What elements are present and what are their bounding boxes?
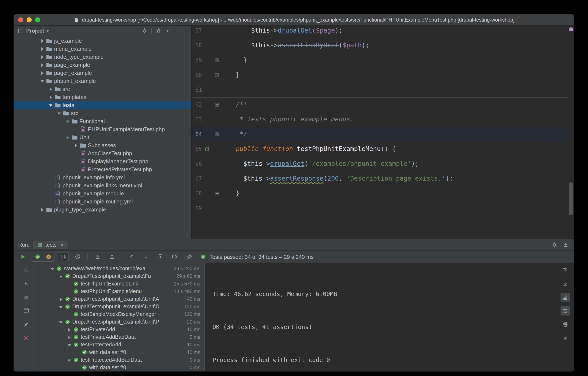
test-tree-item[interactable]: /var/www/web/modules/contrib/exa29 s 240… <box>38 265 204 272</box>
show-ignored-button[interactable] <box>43 252 54 261</box>
code-line-66[interactable]: 66 $this->drupalGet('/examples/phpunit-e… <box>192 156 568 171</box>
code-line-59[interactable]: 59 } <box>192 53 568 68</box>
scroll-to-end-button[interactable] <box>561 293 570 302</box>
expand-arrow-closed-icon[interactable] <box>67 327 72 332</box>
project-tree-item-phpunit_example.links.menu.yml[interactable]: phpunit_example.links.menu.yml <box>14 181 191 189</box>
project-panel-title[interactable]: Project <box>26 28 44 34</box>
expand-arrow-open-icon[interactable] <box>65 135 70 140</box>
expand-arrow-closed-icon[interactable] <box>40 63 45 67</box>
export-test-results-button[interactable] <box>155 252 166 261</box>
code-line-69[interactable]: 69 <box>192 201 568 216</box>
settings-gear-button[interactable] <box>551 241 558 249</box>
test-tree-item[interactable]: Drupal\Tests\phpunit_example\Unit\P20 ms <box>38 318 204 326</box>
fullscreen-window-button[interactable] <box>35 17 40 22</box>
fold-marker-icon[interactable] <box>215 58 219 62</box>
project-tree-item-phpunit_example[interactable]: phpunit_example <box>14 77 191 85</box>
test-tree-item[interactable]: Drupal\Tests\phpunit_example\Unit\A40 ms <box>38 295 204 303</box>
scroll-to-top-button[interactable] <box>561 265 570 275</box>
locate-file-button[interactable] <box>141 27 148 35</box>
editor-scrollbar[interactable] <box>568 26 574 239</box>
test-tree-item[interactable]: with data set #010 ms <box>38 349 204 356</box>
expand-all-button[interactable] <box>92 252 103 261</box>
scroll-to-bottom-button[interactable] <box>561 279 570 288</box>
sort-alphabetically-button[interactable]: az <box>58 252 69 261</box>
scrollbar-thumb[interactable] <box>569 182 573 215</box>
code-line-68[interactable]: 68 } <box>192 186 568 201</box>
rerun-failed-tests-button[interactable] <box>21 279 31 288</box>
test-tree-item[interactable]: testProtectedAddBadData0 ms <box>38 356 204 364</box>
project-tree-item-PHPUnitExampleMenuTest.php[interactable]: PHPUnitExampleMenuTest.php <box>14 125 191 133</box>
expand-arrow-open-icon[interactable] <box>59 304 63 309</box>
test-tree-item[interactable]: testPrivateAdd10 ms <box>38 326 204 333</box>
expand-arrow-closed-icon[interactable] <box>40 38 45 43</box>
settings-gear-button[interactable] <box>184 252 195 261</box>
sort-by-duration-button[interactable] <box>72 252 83 261</box>
test-tree-item[interactable]: testPhpUnitExampleMenu13 s 490 ms <box>38 288 204 295</box>
error-stripe-mark[interactable] <box>569 27 573 31</box>
expand-arrow-open-icon[interactable] <box>67 358 72 362</box>
run-test-icon[interactable] <box>204 146 210 153</box>
project-tree-item-pager_example[interactable]: pager_example <box>14 69 191 77</box>
collapse-all-button[interactable] <box>106 252 117 261</box>
project-tree-item-page_example[interactable]: page_example <box>14 61 191 69</box>
project-tree-item-tests[interactable]: tests <box>14 101 191 109</box>
code-line-62[interactable]: 62 /** <box>192 97 568 112</box>
expand-arrow-open-icon[interactable] <box>40 79 45 83</box>
close-button[interactable] <box>21 333 31 343</box>
code-line-64[interactable]: 64 */ <box>192 127 568 142</box>
expand-arrow-closed-icon[interactable] <box>74 143 79 148</box>
project-tree-item-src[interactable]: src <box>14 85 191 93</box>
test-tree-item[interactable]: testPhpUnitExampleLink15 s 570 ms <box>38 280 204 288</box>
run-tab-tests[interactable]: tests <box>33 241 69 249</box>
project-tree-item-Subclasses[interactable]: Subclasses <box>14 141 191 149</box>
pin-tab-button[interactable] <box>21 320 31 329</box>
expand-arrow-closed-icon[interactable] <box>40 55 45 59</box>
monitor-magnifier-button[interactable] <box>169 252 180 261</box>
settings-gear-button[interactable] <box>155 27 162 35</box>
expand-arrow-closed-icon[interactable] <box>59 297 63 301</box>
expand-arrow-open-icon[interactable] <box>49 103 53 107</box>
restore-layout-button[interactable] <box>21 306 31 316</box>
expand-arrow-closed-icon[interactable] <box>40 46 45 51</box>
editor-pane[interactable]: 57 $this->drupalGet($page);58 $this->ass… <box>192 26 574 239</box>
expand-arrow-closed-icon[interactable] <box>49 95 53 100</box>
code-line-67[interactable]: 67 $this->assertResponse(200, 'Descripti… <box>192 171 568 186</box>
print-button[interactable] <box>561 320 570 329</box>
project-tree-item-AddClassTest.php[interactable]: AddClassTest.php <box>14 149 191 157</box>
expand-arrow-open-icon[interactable] <box>57 111 62 115</box>
code-line-57[interactable]: 57 $this->drupalGet($page); <box>192 26 568 38</box>
test-tree-item[interactable]: testSimpleMockDisplayManager120 ms <box>38 310 204 318</box>
expand-arrow-open-icon[interactable] <box>67 342 72 347</box>
fold-marker-icon[interactable] <box>215 133 219 136</box>
next-failed-test-button[interactable] <box>141 252 152 261</box>
project-tree-item-DisplayManagerTest.php[interactable]: DisplayManagerTest.php <box>14 157 191 165</box>
previous-failed-test-button[interactable] <box>126 252 137 261</box>
expand-arrow-closed-icon[interactable] <box>40 71 45 75</box>
test-tree-item[interactable]: testProtectedAdd10 ms <box>38 341 204 349</box>
fold-marker-icon[interactable] <box>215 73 219 77</box>
dock-window-button[interactable] <box>562 241 569 249</box>
rerun-tests-button[interactable] <box>17 252 28 261</box>
project-tree-item-ProtectedPrivatesTest.php[interactable]: ProtectedPrivatesTest.php <box>14 165 191 173</box>
clear-all-button[interactable] <box>561 333 570 343</box>
expand-arrow-open-icon[interactable] <box>65 119 70 123</box>
project-tree-item-Unit[interactable]: Unit <box>14 133 191 141</box>
project-tree-item-js_example[interactable]: js_example <box>14 37 191 45</box>
code-line-61[interactable]: 61 <box>192 82 568 97</box>
soft-wrap-button[interactable] <box>561 306 570 316</box>
test-console[interactable]: Time: 46.62 seconds, Memory: 6.00MB OK (… <box>205 263 557 372</box>
fold-marker-icon[interactable] <box>215 103 219 107</box>
hide-panel-button[interactable] <box>165 27 173 35</box>
fold-marker-icon[interactable] <box>215 192 219 195</box>
project-tree-item-node_type_example[interactable]: node_type_example <box>14 53 191 61</box>
expand-arrow-closed-icon[interactable] <box>49 87 53 91</box>
test-tree-item[interactable]: with data set #00 ms <box>38 364 204 371</box>
show-passed-button[interactable] <box>32 252 43 261</box>
title-bar[interactable]: drupal-testing-workshop [~/Code/os/drupa… <box>14 14 574 26</box>
test-tree-item[interactable]: Drupal\Tests\phpunit_example\Fu29 s 60 m… <box>38 272 204 280</box>
code-line-60[interactable]: 60 } <box>192 68 568 82</box>
code-line-63[interactable]: 63 * Tests phpunit_example menus. <box>192 112 568 127</box>
close-tab-icon[interactable] <box>59 242 65 248</box>
expand-arrow-closed-icon[interactable] <box>40 207 45 212</box>
project-tree-item-phpunit_example.module[interactable]: phpunit_example.module <box>14 189 191 198</box>
